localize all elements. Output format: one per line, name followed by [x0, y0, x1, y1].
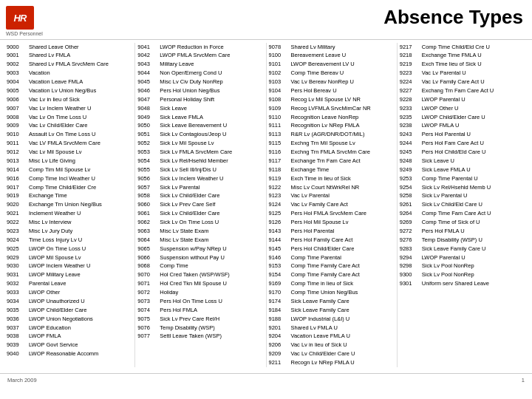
absence-code: 9264	[400, 210, 422, 218]
table-row: 9039LWOP Govt Service	[7, 341, 132, 350]
table-row: 9063Misc Lv State Exam	[137, 227, 263, 236]
absence-desc: Sick Leave Family Care	[291, 307, 395, 315]
absence-desc: Pers Hol Fam Care Act U	[422, 140, 525, 148]
absence-desc: Sick Lv Pool NonRep	[422, 262, 525, 270]
table-row: 9051Sick Lv Contagious/Jeop U	[137, 131, 263, 140]
absence-desc: Non Oper/Emerg Cond U	[160, 69, 263, 78]
absence-code: 9218	[400, 52, 422, 60]
absence-desc: Sick Lv Prev Care Self	[160, 201, 263, 209]
table-row: 9064Misc Lv State Exam	[137, 236, 263, 245]
absence-code: 9024	[7, 236, 29, 245]
table-row: 9005Vacation Lv Union Neg/Bus	[7, 86, 132, 95]
absence-desc: Pers Hol Parental	[291, 228, 395, 236]
absence-desc: Parental Leave	[29, 280, 132, 288]
absence-code: 9061	[137, 210, 160, 218]
absence-desc: Comp Time Child/Eld Cre U	[422, 44, 525, 52]
absence-code: 9039	[7, 341, 29, 349]
absence-code: 9022	[7, 219, 29, 227]
absence-desc: Pers Hol Child/Eld Care U	[422, 149, 525, 157]
absence-desc: Sick Lv Parental	[160, 184, 263, 192]
absence-desc: Sick Leave FMLA U	[422, 166, 525, 174]
absence-desc: Comp Time	[160, 262, 263, 270]
absence-code: 9029	[7, 254, 29, 262]
absence-desc: LWOP Reasonable Accomm	[29, 350, 132, 358]
absence-code: 9008	[7, 114, 29, 122]
table-row: 9001Shared Lv FMLA	[7, 52, 132, 61]
column-1: 9000Shared Leave Other9001Shared Lv FMLA…	[4, 43, 135, 367]
absence-code: 9073	[137, 298, 160, 306]
absence-code: 9078	[269, 44, 291, 52]
table-row: 9248Sick Leave U	[400, 157, 525, 166]
table-row: 9022Misc Lv Interview	[7, 219, 132, 228]
absence-desc: LWOP Other	[29, 289, 132, 297]
table-row: 9004Vacation Leave FMLA	[7, 78, 132, 87]
logo-area: HR WSD Personnel	[6, 6, 43, 36]
footer: March 2009 1	[0, 373, 532, 386]
table-row: 9060Sick Lv Prev Care Self	[137, 201, 263, 210]
absence-code: 9258	[400, 192, 422, 200]
table-row: 9025LWOP On Time Loss U	[7, 245, 132, 253]
absence-code: 9123	[269, 192, 291, 200]
absence-desc: Suspension w/Pay NRep U	[160, 245, 263, 253]
table-row: 9011Vac LV FMLA SrvcMem Care	[7, 140, 132, 149]
absence-desc: LWOP Inclem Weather U	[29, 262, 132, 270]
table-row: 9219Exch Time lieu of Sick U	[400, 61, 525, 69]
table-row: 9048Sick Leave	[137, 104, 263, 113]
absence-code: 9119	[269, 175, 291, 183]
table-row: 9118Exchange Time	[269, 166, 395, 174]
absence-desc: Time Loss Injury Lv U	[29, 236, 132, 245]
table-row: 9010Assault Lv On Time Loss U	[7, 131, 132, 140]
absence-desc: Sick Leave Bereavement U	[160, 122, 263, 130]
absence-code: 9108	[269, 96, 291, 104]
absence-desc: Hol Cred Taken (WSP/WSF)	[160, 271, 263, 279]
absence-code: 9066	[137, 254, 160, 262]
absence-desc: Exchange Trn Union Neg/Bus	[29, 201, 132, 209]
table-row: 9034LWOP Unauthorized U	[7, 297, 132, 306]
absence-desc: Sick Leave Family Care U	[422, 245, 525, 253]
table-row: 9264Comp Time Fam Care Act U	[400, 210, 525, 219]
table-row: 9012Vac Lv Mil Spouse Lv	[7, 149, 132, 157]
absence-code: 9111	[269, 122, 291, 130]
absence-code: 9048	[137, 105, 160, 113]
absence-desc: LWOP Union Negotiations	[29, 316, 132, 324]
absence-desc: Vac Lv Family Care Act U	[422, 78, 525, 86]
absence-desc: Suspension without Pay U	[160, 254, 263, 262]
absence-desc: Pers Hol Parental U	[422, 131, 525, 139]
absence-desc: Recog LVFMLA SrvcMimCar NR	[291, 105, 395, 113]
absence-code: 9046	[137, 87, 160, 95]
absence-desc: LWOP Bereavement LV U	[291, 61, 395, 69]
absence-code: 9013	[7, 157, 29, 166]
table-row: 9122Misc Lv Court NtWrkRel NR	[269, 183, 395, 192]
absence-code: 9300	[400, 271, 422, 279]
absence-code: 9122	[269, 184, 291, 192]
table-row: 9040LWOP Reasonable Accomm	[7, 350, 132, 359]
absence-code: 9301	[400, 280, 422, 288]
absence-code: 9244	[400, 140, 422, 148]
absence-desc: Exchange Time	[29, 192, 132, 200]
absence-code: 9045	[137, 78, 160, 86]
absence-code: 9050	[137, 122, 160, 130]
logo-sub: WSD Personnel	[6, 31, 43, 36]
absence-desc: Sick Lv Pool NonRep	[422, 271, 525, 279]
table-row: 9111Recognition Lv NRep FMLA	[269, 122, 395, 131]
absence-desc: Misc Lv State Exam	[160, 236, 263, 245]
table-row: 9228LWOP Parental U	[400, 95, 525, 104]
absence-code: 9036	[7, 316, 29, 324]
table-row: 9002Shared Lv FMLA SrvcMem Care	[7, 61, 132, 69]
table-row: 9113R&R Lv (AGR/DNR/DOT/MIL)	[269, 131, 395, 140]
absence-desc: Sick Leave	[160, 105, 263, 113]
table-row: 9077Settl Leave Taken (WSP)	[137, 332, 263, 341]
absence-desc: Pers Hol Union Neg/Bus	[160, 87, 263, 95]
table-row: 9007Vac Lv Inclem Weather U	[7, 104, 132, 113]
absence-desc: Recognition Lv NRep FMLA	[291, 122, 395, 130]
absence-code: 9034	[7, 298, 29, 306]
table-row: 9046Pers Hol Union Neg/Bus	[137, 86, 263, 95]
table-row: 9017Comp Time Child/Elder Cre	[7, 183, 132, 192]
absence-desc: Shared Leave Other	[29, 44, 132, 52]
absence-desc: Vacation	[29, 69, 132, 78]
table-row: 9101LWOP Bereavement LV U	[269, 61, 395, 69]
absence-desc: Comp Time Family Care Act	[291, 262, 395, 270]
absence-desc: Pers Hol FMLA SrvcMem Care	[291, 210, 395, 218]
absence-code: 9238	[400, 122, 422, 130]
table-row: 9013Misc Lv Life Giving	[7, 157, 132, 166]
